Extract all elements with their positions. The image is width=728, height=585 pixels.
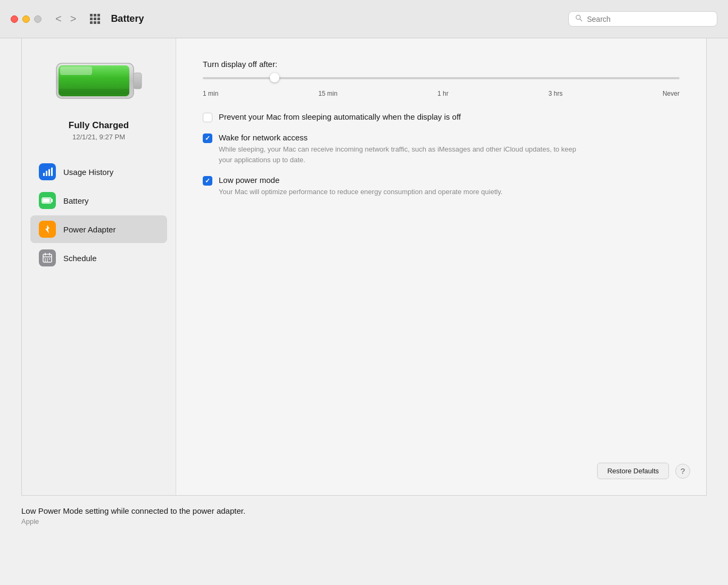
titlebar: < > Battery [0, 0, 728, 38]
svg-rect-22 [45, 261, 46, 262]
svg-rect-21 [49, 258, 50, 260]
svg-rect-20 [47, 258, 48, 260]
svg-marker-14 [45, 225, 49, 233]
right-panel: Turn display off after: 1 min 15 min 1 h… [176, 38, 706, 495]
slider-label-never: Never [663, 90, 680, 97]
caption-area: Low Power Mode setting while connected t… [21, 506, 707, 525]
battery-icon [51, 54, 147, 107]
sidebar-item-label-usage-history: Usage History [63, 168, 113, 177]
battery-date: 12/1/21, 9:27 PM [72, 133, 125, 141]
sidebar-item-label-battery: Battery [63, 196, 89, 205]
schedule-icon [39, 249, 56, 266]
low-power-label-group: Low power mode Your Mac will optimize pe… [219, 176, 502, 197]
close-button[interactable] [11, 15, 18, 23]
svg-line-1 [580, 19, 582, 21]
slider-label-3hrs: 3 hrs [548, 90, 562, 97]
prevent-sleep-label: Prevent your Mac from sleeping automatic… [219, 112, 461, 121]
help-button[interactable]: ? [675, 464, 690, 479]
svg-rect-9 [48, 169, 50, 176]
svg-rect-13 [43, 199, 50, 203]
slider-label-15min: 15 min [318, 90, 337, 97]
grid-icon[interactable] [90, 14, 100, 24]
low-power-label: Low power mode [219, 176, 502, 185]
minimize-button[interactable] [22, 15, 30, 23]
bottom-buttons: Restore Defaults ? [597, 463, 690, 479]
prevent-sleep-label-group: Prevent your Mac from sleeping automatic… [219, 112, 461, 121]
main-window: Fully Charged 12/1/21, 9:27 PM Usage His… [21, 38, 707, 496]
prevent-sleep-checkbox[interactable] [203, 113, 212, 122]
slider-labels: 1 min 15 min 1 hr 3 hrs Never [203, 90, 680, 97]
caption-text: Low Power Mode setting while connected t… [21, 506, 707, 515]
svg-rect-6 [59, 89, 129, 94]
slider-label: Turn display off after: [203, 60, 680, 69]
svg-rect-10 [51, 168, 53, 176]
slider-thumb[interactable] [270, 73, 279, 82]
search-icon [575, 14, 583, 23]
sidebar-item-schedule[interactable]: Schedule [30, 244, 167, 272]
checkbox-row-wake-network: Wake for network access While sleeping, … [203, 133, 680, 165]
wake-network-desc: While sleeping, your Mac can receive inc… [219, 144, 591, 165]
slider-track-area[interactable] [203, 77, 680, 79]
search-box[interactable] [568, 11, 717, 27]
slider-label-1min: 1 min [203, 90, 218, 97]
slider-section: Turn display off after: 1 min 15 min 1 h… [203, 60, 680, 97]
svg-rect-19 [45, 258, 46, 260]
sidebar-item-usage-history[interactable]: Usage History [30, 158, 167, 186]
checkbox-row-prevent-sleep: Prevent your Mac from sleeping automatic… [203, 112, 680, 122]
restore-defaults-button[interactable]: Restore Defaults [597, 463, 669, 479]
slider-ticks [203, 83, 680, 88]
search-input[interactable] [587, 15, 710, 23]
wake-network-label-group: Wake for network access While sleeping, … [219, 133, 591, 165]
wake-network-label: Wake for network access [219, 133, 591, 142]
usage-history-icon [39, 163, 56, 180]
nav-buttons: < > [52, 12, 79, 26]
wake-network-checkbox[interactable] [203, 133, 212, 143]
sidebar-item-label-schedule: Schedule [63, 254, 97, 263]
svg-rect-8 [46, 171, 47, 176]
caption-sub: Apple [21, 517, 707, 525]
page-title: Battery [111, 13, 144, 24]
svg-rect-23 [47, 261, 48, 262]
checkbox-row-low-power: Low power mode Your Mac will optimize pe… [203, 176, 680, 197]
low-power-checkbox[interactable] [203, 176, 212, 186]
low-power-desc: Your Mac will optimize performance to re… [219, 187, 502, 197]
svg-rect-12 [51, 199, 53, 202]
sidebar-item-label-power-adapter: Power Adapter [63, 225, 115, 234]
traffic-lights [11, 15, 42, 23]
svg-rect-5 [60, 66, 92, 75]
sidebar-item-battery[interactable]: Battery [30, 187, 167, 214]
sidebar: Fully Charged 12/1/21, 9:27 PM Usage His… [22, 38, 176, 495]
back-button[interactable]: < [52, 12, 65, 26]
forward-button[interactable]: > [67, 12, 80, 26]
svg-rect-3 [134, 73, 142, 89]
sidebar-nav: Usage History Battery [22, 158, 176, 273]
battery-status: Fully Charged [69, 120, 129, 131]
fullscreen-button[interactable] [34, 15, 42, 23]
battery-nav-icon [39, 192, 56, 209]
power-adapter-icon [39, 221, 56, 238]
sidebar-item-power-adapter[interactable]: Power Adapter [30, 215, 167, 243]
slider-label-1hr: 1 hr [437, 90, 449, 97]
svg-rect-7 [43, 173, 45, 176]
